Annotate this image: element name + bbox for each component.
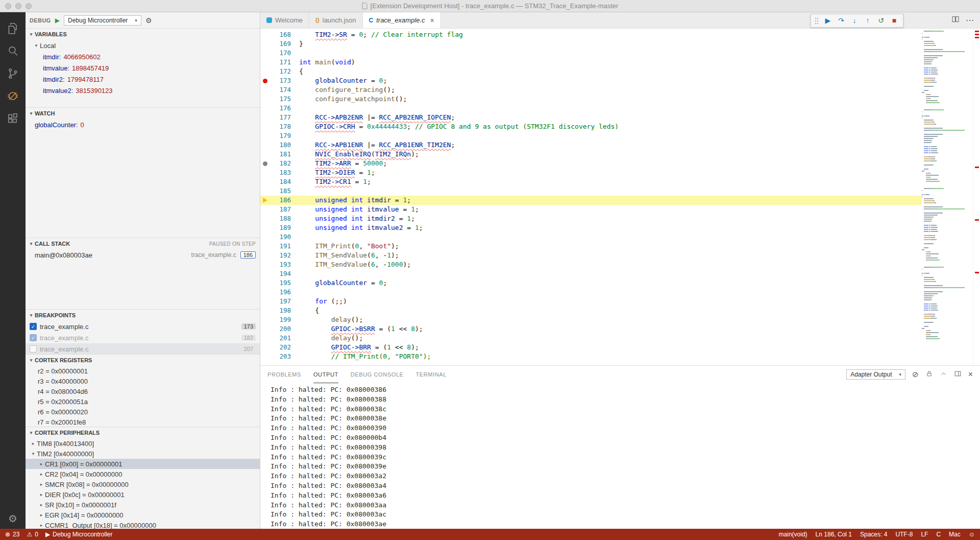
code-text[interactable]	[291, 104, 299, 113]
extensions-icon[interactable]	[1, 107, 25, 130]
code-text[interactable]: TIM2->SR = 0; // Clear interrupt flag	[291, 30, 463, 39]
chevron-right-icon[interactable]: ▸	[38, 502, 45, 507]
glyph-margin[interactable]	[260, 334, 271, 343]
peripheral-row[interactable]: ▸CR2 [0x04] = 0x00000000	[26, 469, 260, 479]
peripheral-row[interactable]: ▸DIER [0x0c] = 0x00000001	[26, 489, 260, 500]
line-number[interactable]: 183	[271, 168, 291, 177]
register-row[interactable]: r6 = 0x00000020	[26, 407, 260, 417]
code-text[interactable]: ITM_SendValue(6, -1000);	[291, 260, 411, 269]
line-number[interactable]: 198	[271, 306, 291, 315]
code-text[interactable]: ITM_SendValue(6, -1);	[291, 251, 399, 260]
settings-gear-icon[interactable]: ⚙	[8, 512, 17, 525]
step-over-button[interactable]: ↷	[835, 14, 848, 27]
minimap[interactable]	[922, 29, 973, 365]
zoom-window-button[interactable]	[26, 3, 32, 9]
panel-tab-output[interactable]: OUTPUT	[313, 366, 338, 383]
line-number[interactable]: 169	[271, 39, 291, 49]
glyph-margin[interactable]	[260, 242, 271, 251]
stop-button[interactable]: ■	[888, 14, 901, 27]
line-number[interactable]: 184	[271, 177, 291, 186]
more-actions-icon[interactable]: ⋯	[966, 15, 974, 25]
scope-row-local[interactable]: ▾Local	[26, 40, 260, 51]
status-warning-count[interactable]: ⚠0	[27, 531, 38, 538]
glyph-margin[interactable]	[260, 177, 271, 186]
breakpoint-checkbox[interactable]: ✓	[30, 323, 37, 330]
code-text[interactable]: delay();	[291, 315, 363, 324]
chevron-right-icon[interactable]: ▸	[38, 512, 45, 518]
line-number[interactable]: 196	[271, 288, 291, 297]
register-row[interactable]: r3 = 0x40000000	[26, 376, 260, 386]
glyph-margin[interactable]	[260, 58, 271, 67]
glyph-margin[interactable]	[260, 104, 271, 113]
panel-tab-problems[interactable]: PROBLEMS	[267, 366, 301, 383]
tab-welcome[interactable]: Welcome	[260, 12, 309, 28]
glyph-margin[interactable]	[260, 85, 271, 95]
glyph-margin[interactable]	[260, 186, 271, 196]
glyph-margin[interactable]	[260, 315, 271, 324]
variable-row[interactable]: itmdir2:1799478117	[26, 74, 260, 85]
code-text[interactable]: ITM_Print(0, "Boot");	[291, 242, 399, 251]
code-text[interactable]: {	[291, 67, 303, 76]
code-text[interactable]: unsigned int itmdir2 = 1;	[291, 214, 415, 223]
code-area[interactable]: 168 TIM2->SR = 0; // Clear interrupt fla…	[260, 29, 922, 365]
watch-row[interactable]: globalCounter:0	[26, 119, 260, 130]
line-number[interactable]: 173	[271, 76, 291, 85]
restart-button[interactable]: ↺	[874, 14, 888, 27]
line-number[interactable]: 182	[271, 159, 291, 168]
line-number[interactable]: 171	[271, 58, 291, 67]
code-text[interactable]: for (;;)	[291, 297, 347, 306]
glyph-margin[interactable]	[260, 288, 271, 297]
code-text[interactable]: RCC->APB2ENR |= RCC_APB2ENR_IOPCEN;	[291, 113, 455, 122]
line-number[interactable]: 185	[271, 186, 291, 196]
glyph-margin[interactable]	[260, 232, 271, 242]
start-debug-button[interactable]: ▶	[55, 17, 60, 24]
glyph-margin[interactable]	[260, 278, 271, 288]
split-panel-icon[interactable]	[954, 370, 962, 379]
breakpoint-row[interactable]: trace_example.c207	[26, 343, 260, 354]
code-text[interactable]: GPIOC->BSRR = (1 << 8);	[291, 324, 423, 334]
line-number[interactable]: 197	[271, 297, 291, 306]
register-row[interactable]: r2 = 0x00000001	[26, 366, 260, 376]
code-text[interactable]: }	[291, 39, 303, 49]
glyph-margin[interactable]	[260, 260, 271, 269]
chevron-right-icon[interactable]: ▸	[38, 523, 45, 528]
code-text[interactable]: // ITM_Print(0, "PORT0");	[291, 352, 431, 361]
step-out-button[interactable]: ↑	[861, 14, 874, 27]
code-text[interactable]	[291, 232, 299, 242]
register-row[interactable]: r7 = 0x20001fe8	[26, 417, 260, 427]
glyph-margin[interactable]	[260, 196, 271, 205]
breakpoint-row[interactable]: ✓trace_example.c173	[26, 321, 260, 332]
status-keyboard-layout[interactable]: Mac	[949, 531, 961, 538]
continue-button[interactable]: ▶	[821, 14, 835, 27]
status-eol[interactable]: LF	[921, 531, 928, 538]
split-editor-icon[interactable]	[951, 15, 960, 25]
peripheral-row[interactable]: ▸EGR [0x14] = 0x00000000	[26, 510, 260, 520]
glyph-margin[interactable]	[260, 297, 271, 306]
code-text[interactable]: TIM2->DIER = 1;	[291, 168, 375, 177]
cortex-peripherals-pane-header[interactable]: ▾ CORTEX PERIPHERALS	[26, 427, 260, 438]
status-feedback[interactable]: ☺	[969, 531, 975, 538]
output-channel-select[interactable]: Adapter Output ▾	[846, 369, 905, 380]
line-number[interactable]: 181	[271, 150, 291, 159]
code-text[interactable]: GPIOC->CRH = 0x44444433; // GPIOC 8 and …	[291, 122, 619, 131]
code-text[interactable]: unsigned int itmvalue = 1;	[291, 205, 419, 214]
status-indentation[interactable]: Spaces: 4	[860, 531, 887, 538]
line-number[interactable]: 187	[271, 205, 291, 214]
debug-configuration-select[interactable]: Debug Microcontroller ▾	[64, 15, 141, 26]
line-number[interactable]: 172	[271, 67, 291, 76]
glyph-margin[interactable]	[260, 122, 271, 131]
line-number[interactable]: 193	[271, 260, 291, 269]
line-number[interactable]: 192	[271, 251, 291, 260]
glyph-margin[interactable]	[260, 150, 271, 159]
glyph-margin[interactable]	[260, 205, 271, 214]
line-number[interactable]: 177	[271, 113, 291, 122]
code-text[interactable]: delay();	[291, 334, 363, 343]
debug-icon[interactable]	[1, 85, 25, 107]
code-text[interactable]: {	[291, 306, 319, 315]
search-icon[interactable]	[1, 40, 25, 62]
red-breakpoint-icon[interactable]	[263, 79, 267, 83]
status-error-count[interactable]: ⊗23	[5, 531, 19, 538]
glyph-margin[interactable]	[260, 251, 271, 260]
status-current-function[interactable]: main(void)	[779, 531, 807, 538]
peripheral-row[interactable]: ▸SR [0x10] = 0x0000001f	[26, 500, 260, 510]
